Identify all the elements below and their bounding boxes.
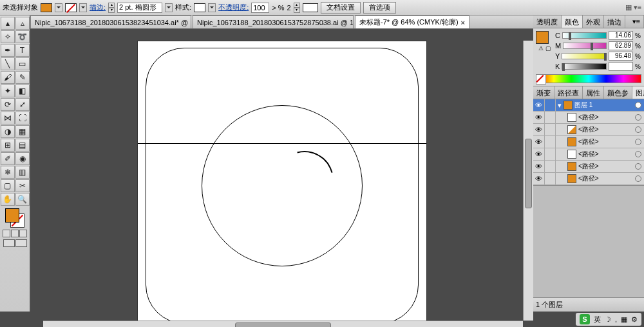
color-mode-icon[interactable] [3,230,10,237]
tab-colorguide[interactable]: 颜色参 [604,86,632,99]
lock-cell[interactable] [547,112,556,123]
magic-wand-tool[interactable]: ✧ [1,30,15,43]
spectrum-bar[interactable] [536,74,641,83]
width-tool[interactable]: ⋈ [1,112,15,124]
lock-cell[interactable] [547,148,556,160]
lock-cell[interactable] [547,99,556,111]
path-name[interactable]: <路径> [578,174,633,183]
path-row[interactable]: 👁<路径> [533,136,644,148]
path-name[interactable]: <路径> [578,162,633,171]
c-slider[interactable] [562,32,607,39]
stroke-weight-drop[interactable] [165,3,173,12]
rotate-tool[interactable]: ⟳ [1,98,15,111]
screen-mode-icon[interactable] [3,239,15,247]
m-value[interactable]: 62.89 [609,41,633,50]
tab-opacity[interactable]: 透明度 [533,15,562,28]
style-swatch[interactable] [194,3,205,12]
screen-mode2-icon[interactable] [15,239,27,247]
opacity-label[interactable]: 不透明度: [218,3,249,12]
path-row[interactable]: 👁<路径> [533,173,644,185]
path-name[interactable]: <路径> [578,137,633,146]
panel-fill-swatch[interactable] [536,31,549,44]
lock-cell[interactable] [547,136,556,148]
visibility-icon[interactable]: 👁 [533,112,545,123]
opacity-input[interactable]: 100 [251,3,269,13]
tray-bullet-icon[interactable]: , [615,315,617,323]
align-swatch[interactable] [303,3,318,12]
tab-gradient[interactable]: 渐变 [533,86,554,99]
target-icon[interactable] [635,151,641,157]
extra-spin[interactable]: ▴▾ [294,3,300,13]
path-name[interactable]: <路径> [578,150,633,159]
stroke-drop[interactable] [79,3,87,12]
tab-stroke[interactable]: 描边 [604,15,625,28]
visibility-icon[interactable]: 👁 [533,99,545,111]
v-scroll-thumb[interactable] [525,139,532,209]
perspective-tool[interactable]: ▦ [15,125,30,138]
ime-s-icon[interactable]: S [580,314,590,324]
direct-select-tool[interactable]: ▵ [15,17,30,30]
shape-builder-tool[interactable]: ◑ [1,125,15,138]
type-tool[interactable]: T [15,44,30,57]
visibility-icon[interactable]: 👁 [533,173,545,184]
free-transform-tool[interactable]: ⛶ [15,112,30,124]
target-icon[interactable] [635,163,641,170]
tray-gear-icon[interactable]: ⚙ [631,315,638,324]
tray-kb-icon[interactable]: ▦ [621,315,627,324]
layer-name[interactable]: 图层 1 [574,101,633,110]
m-slider[interactable] [563,43,607,49]
pencil-tool[interactable]: ✎ [15,71,30,84]
visibility-icon[interactable]: 👁 [533,124,545,135]
tab-appearance[interactable]: 外观 [583,15,604,28]
scale-tool[interactable]: ⤢ [15,98,30,111]
target-icon[interactable] [635,102,641,108]
h-scrollbar[interactable] [43,321,523,327]
symbol-spray-tool[interactable]: ❄ [1,166,15,179]
canvas-area[interactable] [30,29,533,327]
blend-tool[interactable]: ◉ [15,152,30,165]
y-value[interactable]: 96.48 [609,52,633,61]
stroke-spin[interactable]: ▴▾ [108,3,115,13]
c-value[interactable]: 14.06 [609,31,633,40]
slice-tool[interactable]: ✂ [15,179,30,192]
lock-cell[interactable] [547,173,556,184]
target-icon[interactable] [635,126,641,133]
fill-swatch[interactable] [41,3,52,12]
tab-attr[interactable]: 属性 [583,86,604,99]
rect-tool[interactable]: ▭ [15,57,30,70]
panel-menu-icon[interactable]: ▾≡ [625,15,644,28]
line-tool[interactable]: ╲ [1,57,15,70]
fill-stroke-box[interactable] [5,208,24,228]
mesh-tool[interactable]: ⊞ [1,139,15,152]
gradient-tool[interactable]: ▤ [15,139,30,152]
target-icon[interactable] [635,114,641,121]
target-icon[interactable] [635,175,641,182]
eyedropper-tool[interactable]: ✐ [1,152,15,165]
layer-row[interactable]: 👁 ▾ 图层 1 [533,99,644,112]
zoom-tool[interactable]: 🔍 [15,193,30,206]
none-mode-icon[interactable] [19,230,27,237]
gradient-mode-icon[interactable] [11,230,19,237]
panel-menu-icon[interactable]: ▦ ▾≡ [625,3,641,12]
style-drop[interactable] [208,3,216,12]
path-name[interactable]: <路径> [578,113,633,122]
lasso-tool[interactable]: ➰ [15,30,30,43]
ime-lang[interactable]: 英 [594,315,601,324]
fill-drop[interactable] [55,3,62,12]
fill-color-icon[interactable] [5,208,19,223]
prefs-button[interactable]: 首选项 [363,2,396,14]
brush-tool[interactable]: 🖌 [1,71,15,84]
y-slider[interactable] [562,53,607,59]
tab-pathfinder[interactable]: 路径查 [554,86,583,99]
k-slider[interactable] [562,63,607,70]
pen-tool[interactable]: ✒ [1,44,15,57]
doc-tab-2[interactable]: Nipic_10673188_20180306153752875038.ai @… [193,15,354,28]
close-icon[interactable]: × [461,19,465,26]
none-color-icon[interactable] [536,74,545,83]
path-row[interactable]: 👁<路径> [533,112,644,124]
visibility-icon[interactable]: 👁 [533,136,545,148]
path-row[interactable]: 👁<路径> [533,161,644,173]
lock-cell[interactable] [547,161,556,172]
path-row[interactable]: 👁<路径> [533,124,644,136]
eraser-tool[interactable]: ◧ [15,84,30,97]
